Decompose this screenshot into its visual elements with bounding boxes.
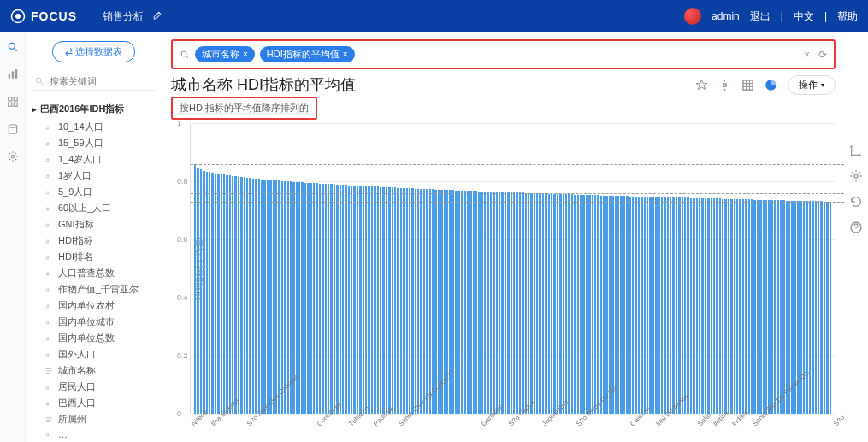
bar[interactable] [368,186,369,414]
bar[interactable] [765,200,767,414]
bar[interactable] [592,195,593,414]
bar[interactable] [252,179,254,414]
bar[interactable] [641,197,642,414]
bar[interactable] [815,201,817,414]
bar[interactable] [273,180,275,414]
bar[interactable] [203,171,204,414]
lang-link[interactable]: 中文 [794,9,814,24]
select-table-button[interactable]: ⇄ 选择数据表 [52,41,135,62]
bar[interactable] [768,200,770,414]
bar[interactable] [516,192,517,414]
bar[interactable] [603,196,605,414]
bar[interactable] [487,192,488,414]
bar[interactable] [394,187,396,414]
username[interactable]: admin [712,10,740,22]
bar[interactable] [638,197,640,414]
bar[interactable] [507,192,509,414]
bar[interactable] [649,197,651,414]
bar[interactable] [281,181,283,414]
bar[interactable] [809,201,811,414]
field-item[interactable]: #GNI指标 [32,216,155,233]
bar[interactable] [605,196,607,414]
field-item[interactable]: #1_4岁人口 [32,151,155,168]
bar[interactable] [652,197,654,414]
bar[interactable] [426,189,428,414]
operations-button[interactable]: 操作▾ [788,75,836,95]
bar[interactable] [577,195,579,414]
bar[interactable] [559,194,561,414]
chip-remove-icon[interactable]: × [343,50,348,59]
bar[interactable] [380,187,381,414]
field-item[interactable]: 城市名称 [32,362,155,379]
bar[interactable] [525,193,527,414]
field-item[interactable]: #5_9人口 [32,184,155,200]
bar[interactable] [475,191,477,414]
bar[interactable] [806,201,807,414]
bar[interactable] [647,197,648,414]
bar[interactable] [759,200,761,414]
bar[interactable] [319,184,321,414]
bar[interactable] [542,193,544,414]
bar[interactable] [197,168,198,414]
clear-icon[interactable]: × [804,49,810,61]
bar[interactable] [340,185,341,414]
bar[interactable] [545,193,546,414]
bar[interactable] [530,193,532,414]
bar[interactable] [736,199,738,414]
bar[interactable] [672,197,674,414]
bar[interactable] [223,174,225,414]
bar[interactable] [565,194,567,414]
bar[interactable] [342,185,344,414]
bar[interactable] [632,197,634,414]
bar[interactable] [392,187,393,414]
bar[interactable] [330,184,332,414]
bar[interactable] [588,195,590,414]
bar[interactable] [701,198,703,414]
bar[interactable] [511,192,512,414]
bar[interactable] [328,184,329,414]
bar[interactable] [322,184,323,414]
bar[interactable] [682,197,683,414]
field-item[interactable]: #人口普查总数 [32,265,155,281]
field-item[interactable]: #15_59人口 [32,135,155,151]
bar[interactable] [307,183,309,414]
bar[interactable] [221,174,222,414]
bar[interactable] [739,199,741,414]
search-icon[interactable] [7,41,19,53]
bar[interactable] [255,179,257,414]
bar[interactable] [670,197,671,414]
bar[interactable] [238,177,239,414]
bar[interactable] [719,198,721,414]
bar[interactable] [432,189,434,414]
bar[interactable] [626,196,628,414]
bar[interactable] [661,197,663,414]
bar[interactable] [374,186,375,414]
bar[interactable] [284,181,286,414]
bar[interactable] [553,194,555,414]
bar[interactable] [539,193,540,414]
edit-icon[interactable] [152,9,163,23]
bar[interactable] [724,199,726,414]
bar[interactable] [600,196,602,415]
bar[interactable] [406,188,408,414]
bar[interactable] [696,198,698,414]
bar[interactable] [667,197,669,414]
bar[interactable] [676,197,677,414]
bar[interactable] [693,198,694,414]
bar[interactable] [568,194,570,414]
bar[interactable] [316,183,317,414]
bar[interactable] [417,189,419,414]
bar[interactable] [334,185,335,414]
bar[interactable] [278,180,280,414]
avatar[interactable] [684,8,701,25]
bar[interactable] [730,199,732,414]
bar[interactable] [780,200,782,414]
bar[interactable] [496,192,498,414]
bar[interactable] [386,187,387,414]
help-icon[interactable] [849,221,863,234]
bar[interactable] [336,185,338,414]
bar[interactable] [745,199,747,414]
bar[interactable] [382,187,384,414]
bar[interactable] [400,188,402,414]
bar[interactable] [690,198,692,414]
